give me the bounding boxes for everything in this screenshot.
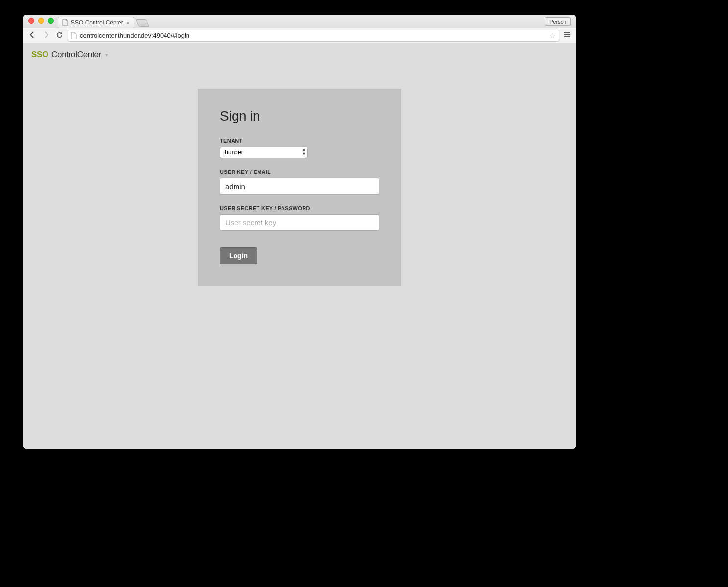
file-icon <box>71 32 77 39</box>
reload-button[interactable] <box>55 31 64 40</box>
url-bar[interactable]: controlcenter.thunder.dev:49040/#login ☆ <box>68 30 559 42</box>
hamburger-menu-icon[interactable] <box>563 31 572 41</box>
back-button[interactable] <box>27 31 37 41</box>
tenant-field-group: TENANT thunder ▲▼ <box>220 138 379 158</box>
brand-dropdown-icon[interactable]: ▾ <box>105 52 108 58</box>
file-icon <box>62 19 68 26</box>
browser-chrome: Person SSO Control Center × <box>23 15 576 43</box>
secret-label: USER SECRET KEY / PASSWORD <box>220 205 379 211</box>
userkey-input[interactable] <box>220 178 379 195</box>
page-content: SSO ControlCenter ▾ Sign in TENANT thund… <box>23 43 576 449</box>
bookmark-star-icon[interactable]: ☆ <box>549 32 556 40</box>
secret-input[interactable] <box>220 214 379 231</box>
forward-button[interactable] <box>41 31 51 41</box>
tenant-label: TENANT <box>220 138 379 144</box>
chrome-profile-button[interactable]: Person <box>545 17 571 26</box>
tenant-select-wrap: thunder ▲▼ <box>220 147 308 158</box>
login-button[interactable]: Login <box>220 247 257 264</box>
signin-title: Sign in <box>220 108 379 124</box>
window-minimize-button[interactable] <box>38 18 44 24</box>
tab-close-icon[interactable]: × <box>126 20 130 26</box>
secret-field-group: USER SECRET KEY / PASSWORD <box>220 205 379 231</box>
browser-window: Person SSO Control Center × <box>23 15 576 449</box>
brand-sso: SSO <box>31 50 48 60</box>
window-zoom-button[interactable] <box>48 18 54 24</box>
brand-controlcenter: ControlCenter <box>51 50 101 60</box>
browser-tab[interactable]: SSO Control Center × <box>58 17 134 28</box>
userkey-field-group: USER KEY / EMAIL <box>220 169 379 195</box>
userkey-label: USER KEY / EMAIL <box>220 169 379 175</box>
browser-toolbar: controlcenter.thunder.dev:49040/#login ☆ <box>23 28 576 43</box>
window-close-button[interactable] <box>28 18 34 24</box>
traffic-lights <box>28 18 54 24</box>
tenant-select[interactable]: thunder <box>220 147 308 158</box>
url-text: controlcenter.thunder.dev:49040/#login <box>80 32 546 39</box>
app-header: SSO ControlCenter ▾ <box>23 43 576 67</box>
signin-panel: Sign in TENANT thunder ▲▼ USER KEY / EMA… <box>198 89 401 286</box>
tab-title: SSO Control Center <box>71 19 123 26</box>
